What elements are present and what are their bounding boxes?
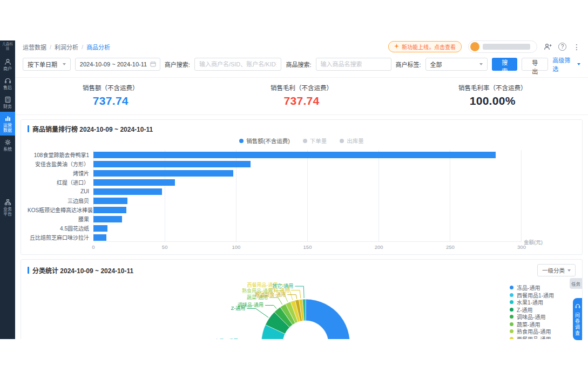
legend-label: 下单量 (310, 137, 327, 145)
bar-category-label: 红提（进口） (28, 178, 93, 186)
help-icon[interactable]: ? (558, 43, 566, 51)
axis-tick: 0 (92, 244, 94, 250)
breadcrumb-item[interactable]: 利润分析 (55, 43, 78, 51)
bar-row: 108食堂蹄筋去骨鸭掌1 (28, 150, 522, 159)
donut-callout-line (247, 308, 268, 317)
bar[interactable] (93, 225, 107, 232)
bar[interactable] (93, 216, 122, 222)
ranking-card-title: 商品销量排行榜 2024-10-09 ~ 2024-10-11 (28, 124, 153, 133)
legend-dot (303, 139, 307, 143)
sidebar-item-operations-data[interactable]: 运营数据 (0, 112, 15, 136)
bar[interactable] (93, 161, 251, 167)
task-float-button[interactable]: 任务 (570, 278, 582, 289)
date-type-value: 按下单日期 (28, 60, 59, 69)
user-pill[interactable] (468, 40, 537, 53)
legend-dot (510, 337, 513, 339)
axis-unit-label: 金额(元) (524, 238, 571, 246)
axis-tick: 50 (162, 244, 168, 250)
pie-legend-item[interactable]: 西餐用品-通用 (510, 335, 554, 340)
sidebar-item-merchant[interactable]: 商户 (0, 55, 15, 74)
bar[interactable] (93, 234, 106, 241)
breadcrumb-separator: / (50, 44, 51, 50)
advanced-filter-link[interactable]: 高级筛选 (552, 56, 580, 73)
bar[interactable] (93, 207, 126, 213)
legend-item[interactable]: 下单量 (303, 137, 327, 145)
donut-callout-label: 其它-通用 (272, 283, 293, 289)
merchant-tag-label: 商户标签: (396, 60, 421, 69)
contacts-icon[interactable] (544, 43, 552, 51)
category-level-value: 一级分类 (542, 266, 565, 274)
survey-float-button[interactable]: 问卷调查 (573, 298, 582, 340)
new-feature-badge[interactable]: 新功能上线，点击查看 (388, 41, 462, 52)
category-donut-svg: 西餐用品1-通用水果1-通用Z-通用调味品-通用蔬菜-通用熟食用品-通用西餐用品… (28, 276, 576, 339)
product-search-input[interactable] (316, 58, 391, 71)
legend-dot (510, 286, 513, 289)
bar-row: 4.5圆花边纸 (28, 224, 522, 233)
stat-label: 销售额（不含运费） (15, 83, 206, 92)
bar-chart-rows: 108食堂蹄筋去骨鸭掌1安佳含盐黄油（方形）烤馍片红提（进口）ZUI三边扇贝KO… (28, 150, 522, 242)
merchant-search-input[interactable] (194, 58, 282, 71)
bar-row: 烤馍片 (28, 168, 522, 178)
donut-callout-label: 水果1-通用 (214, 338, 238, 339)
badge-text: 新功能上线，点击查看 (402, 43, 456, 51)
legend-dot (510, 308, 513, 312)
axis-tick: 200 (375, 244, 383, 250)
bar[interactable] (93, 198, 127, 204)
pie-legend-item[interactable]: 熟食用品-通用 (510, 328, 554, 335)
pie-legend-item[interactable]: Z-通用 (510, 306, 554, 314)
bar-chart-legend: 销售额(不含运费)下单量出库量 (28, 137, 576, 145)
bar-chart-icon (4, 115, 11, 122)
bar[interactable] (93, 170, 233, 177)
stat-value: 737.74 (206, 94, 397, 107)
sidebar-item-label: 业务平台 (2, 207, 13, 217)
pie-legend-item[interactable]: 蔬菜-通用 (510, 321, 554, 328)
topbar-right: 新功能上线，点击查看 ? ⋮ (388, 40, 580, 53)
pie-legend-item[interactable]: 调味品-通用 (510, 313, 554, 321)
app-logo: 凡森科技 (1, 42, 14, 51)
export-button[interactable]: 导出 (522, 58, 548, 71)
bar-axis-ticks: 050100150200250300 (93, 242, 522, 250)
stat-label: 销售毛利率（不含运费） (397, 83, 588, 92)
sidebar-item-business-platform[interactable]: 业务平台 (0, 195, 15, 219)
username-redacted (483, 44, 530, 50)
category-level-select[interactable]: 一级分类 (537, 264, 576, 276)
category-title-text: 分类统计 2024-10-09 ~ 2024-10-11 (32, 266, 133, 275)
bar-track (93, 161, 522, 167)
bar-category-label: 烤馍片 (28, 169, 93, 177)
more-menu-icon[interactable]: ⋮ (573, 43, 580, 51)
pie-legend-item[interactable]: 西餐用品1-通用 (510, 292, 554, 299)
pie-legend-item[interactable]: 水果1-通用 (510, 299, 554, 306)
bar-row: 丘比焙煎芝麻口味沙拉汁 (28, 233, 522, 242)
category-card-title: 分类统计 2024-10-09 ~ 2024-10-11 (28, 266, 133, 275)
sidebar-item-system[interactable]: 系统 (0, 136, 15, 154)
survey-label: 问卷调查 (574, 313, 581, 336)
legend-item[interactable]: 出库量 (340, 137, 364, 145)
bar[interactable] (93, 179, 175, 186)
topbar: 运营数据 / 利润分析 / 商品分析 新功能上线，点击查看 (15, 40, 588, 53)
sidebar: 凡森科技 商户 售后 财务 运营数据 (0, 40, 15, 339)
advanced-filter-label: 高级筛选 (552, 56, 575, 73)
date-range-input[interactable]: 2024-10-09 ~ 2024-10-11 (75, 58, 160, 71)
stat-label: 销售毛利（不含运费） (206, 83, 397, 92)
bar-category-label: 三边扇贝 (28, 197, 93, 205)
bar-category-label: KOS瓶颈记金樽高达冰棒装 (28, 206, 93, 214)
bar-category-label: 4.5圆花边纸 (28, 224, 93, 232)
merchant-tag-select[interactable]: 全部 (425, 58, 488, 71)
bar-category-label: 腰果 (28, 215, 93, 223)
bar[interactable] (93, 152, 496, 158)
bar-row: 腰果 (28, 214, 522, 224)
merchant-tag-value: 全部 (430, 60, 477, 69)
date-type-select[interactable]: 按下单日期 (23, 58, 71, 71)
bar-row: 安佳含盐黄油（方形） (28, 159, 522, 168)
legend-label: 西餐用品-通用 (517, 335, 551, 339)
legend-item[interactable]: 销售额(不含运费) (239, 137, 290, 145)
search-button[interactable]: 搜索 (492, 58, 517, 71)
sidebar-item-label: 运营数据 (2, 123, 13, 133)
bar[interactable] (93, 188, 162, 195)
pie-legend-item[interactable]: 冻品-通用 (510, 284, 554, 292)
org-chart-icon (4, 199, 11, 206)
sidebar-item-aftersale[interactable]: 售后 (0, 74, 15, 93)
sidebar-item-finance[interactable]: 财务 (0, 93, 15, 112)
breadcrumb-item[interactable]: 运营数据 (23, 43, 46, 51)
bar-track (93, 179, 522, 186)
